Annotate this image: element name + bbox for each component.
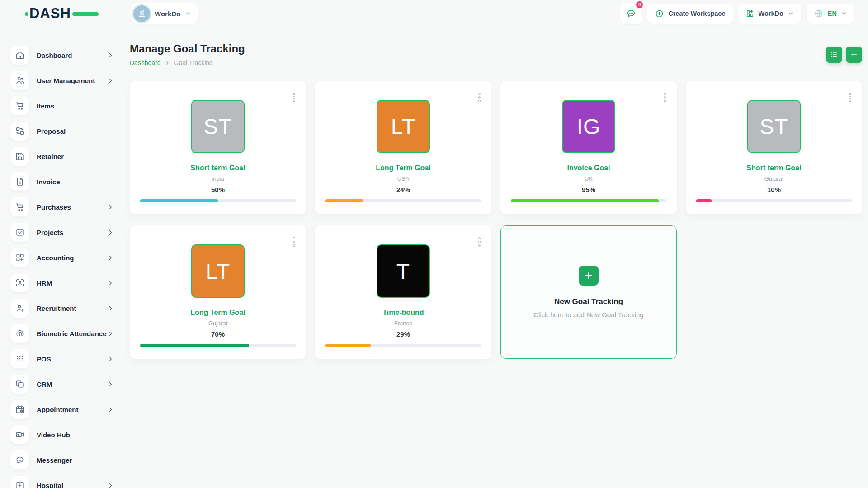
goal-card: TTime-boundFrance29% [315,225,491,359]
sidebar-item-appointment[interactable]: Appointment [10,397,114,422]
goal-progress-fill [326,199,363,202]
sidebar-item-biometric-attendance[interactable]: Biometric Attendance [10,321,114,346]
card-menu-button[interactable] [661,90,669,105]
logo-text: DASH [29,5,71,22]
workspace-dropdown-label: WorkDo [759,10,783,17]
sidebar-item-label: Recruitment [37,304,107,313]
new-goal-title: New Goal Tracking [554,297,623,306]
plus-square-icon [10,476,29,488]
messages-button[interactable]: 0 [620,3,642,24]
list-view-button[interactable] [826,47,842,63]
sidebar-item-crm[interactable]: CRM [10,371,114,397]
sidebar-item-label: Appointment [37,405,107,414]
goal-percent: 95% [511,186,666,193]
goal-progress-track [696,199,852,202]
plus-icon [584,271,594,281]
chevron-right-icon [107,280,114,286]
goal-percent: 24% [326,186,481,193]
create-workspace-button[interactable]: Create Workspace [647,4,732,24]
sidebar-item-items[interactable]: Items [10,93,114,118]
goal-card-grid: STShort term Goalindia50%LTLong Term Goa… [130,81,862,359]
swap-grid-icon [10,122,29,141]
goal-percent: 10% [696,186,852,193]
card-menu-button[interactable] [290,90,298,105]
dots-grid-icon [10,349,29,368]
sidebar-item-label: Accounting [37,253,107,262]
sidebar-item-invoice[interactable]: Invoice [10,169,114,194]
sidebar-item-label: Invoice [37,178,114,186]
sidebar-item-label: HRM [37,279,107,287]
main-content: Manage Goal Tracking Dashboard Goal Trac… [130,27,868,488]
new-goal-subtitle: Click here to add New Goal Tracking [533,311,643,319]
sidebar-item-label: CRM [37,380,107,389]
sidebar-item-messenger[interactable]: Messenger [10,447,114,473]
sidebar-item-label: Video Hub [37,431,114,439]
card-menu-button[interactable] [290,235,298,249]
goal-title-link[interactable]: Short term Goal [696,164,852,172]
sidebar-item-retainer[interactable]: Retainer [10,144,114,169]
goal-location: USA [326,175,481,182]
goal-title-link[interactable]: Long Term Goal [140,309,296,317]
copy-icon [10,375,29,394]
breadcrumb-dashboard-link[interactable]: Dashboard [130,59,161,66]
goal-card: LTLong Term GoalGujarat70% [130,225,306,359]
goal-avatar: IG [562,100,615,153]
sidebar-item-user-management[interactable]: User Management [10,68,114,93]
goal-title-link[interactable]: Invoice Goal [511,164,666,172]
chevron-down-icon [841,10,847,17]
cart-icon [10,96,29,115]
goal-location: Gujarat [696,175,852,182]
user-scan-icon [10,273,29,292]
sidebar-item-recruitment[interactable]: Recruitment [10,296,114,321]
sidebar-item-hrm[interactable]: HRM [10,270,114,296]
sidebar-item-projects[interactable]: Projects [10,220,114,245]
sidebar-item-video-hub[interactable]: Video Hub [10,422,114,447]
new-goal-tracking-card[interactable]: New Goal Tracking Click here to add New … [500,225,677,359]
goal-progress-fill [326,344,371,347]
goal-avatar: T [377,244,430,298]
sidebar-item-hospital[interactable]: Hospital [10,473,114,488]
sidebar-item-accounting[interactable]: Accounting [10,245,114,270]
sidebar-item-proposal[interactable]: Proposal [10,118,114,144]
home-icon [10,46,29,65]
workspace-switcher[interactable]: WorkDo [131,3,198,24]
goal-title-link[interactable]: Time-bound [326,309,481,317]
language-dropdown[interactable]: EN [807,4,854,24]
goal-avatar: ST [747,100,801,153]
plus-icon [850,51,858,59]
grid-plus-icon [745,9,755,18]
goal-card: IGInvoice GoalUK95% [500,81,677,214]
building-icon [133,5,150,22]
sidebar-item-label: User Management [37,76,107,85]
card-menu-button[interactable] [476,90,483,105]
goal-avatar: LT [191,244,245,298]
sidebar-item-label: Proposal [37,127,114,136]
notification-badge: 0 [635,0,644,9]
goal-progress-fill [511,199,659,202]
app-logo[interactable]: DASH [29,5,86,22]
fingerprint-icon [10,324,29,343]
workspace-switcher-label: WorkDo [155,10,180,18]
chevron-right-icon [107,305,114,312]
goal-title-link[interactable]: Short term Goal [140,164,296,172]
goal-progress-fill [140,199,218,202]
check-square-icon [10,223,29,242]
chevron-right-icon [107,482,114,488]
add-goal-button[interactable] [846,47,862,63]
goal-progress-track [326,199,481,202]
goal-title-link[interactable]: Long Term Goal [326,164,481,172]
workspace-dropdown[interactable]: WorkDo [738,4,801,24]
grid-plus-icon [10,248,29,267]
plus-circle-icon [655,9,664,19]
card-menu-button[interactable] [846,90,854,105]
card-menu-button[interactable] [476,235,483,249]
chat-bubble-icon [10,450,29,469]
sidebar-item-pos[interactable]: POS [10,346,114,371]
goal-location: France [326,320,481,327]
goal-percent: 70% [140,330,296,338]
sidebar-item-purchases[interactable]: Purchases [10,194,114,220]
chevron-down-icon [185,10,191,17]
chevron-right-icon [107,52,114,59]
sidebar-item-dashboard[interactable]: Dashboard [10,42,114,68]
add-goal-tile-button[interactable] [579,266,599,286]
